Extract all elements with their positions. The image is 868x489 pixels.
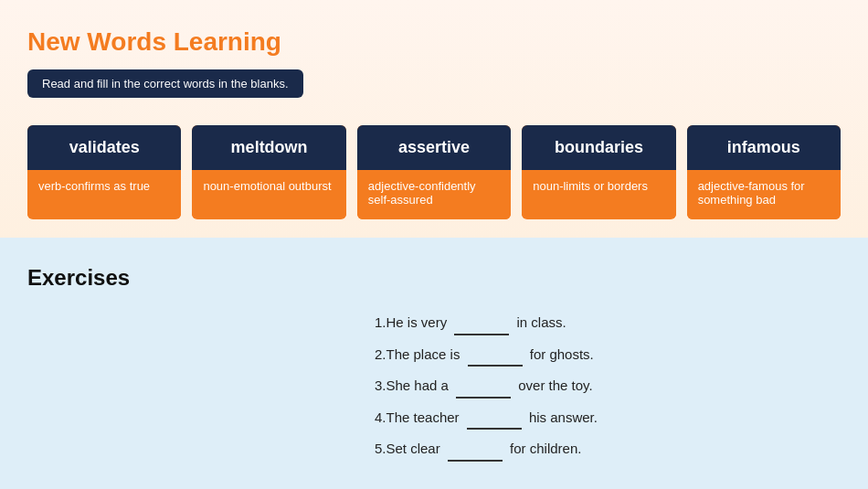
blank-4 (467, 408, 522, 431)
word-card-4: infamousadjective-famous for something b… (687, 125, 841, 219)
exercise-item-4: 4.The teacher his answer. (375, 408, 841, 431)
instruction-badge: Read and fill in the correct words in th… (27, 69, 303, 98)
word-card-header-0: validates (27, 125, 181, 170)
blank-5 (448, 439, 503, 462)
word-card-1: meltdownnoun-emotional outburst (192, 125, 345, 219)
page-title: New Words Learning (27, 27, 841, 57)
word-card-body-4: adjective-famous for something bad (687, 170, 841, 219)
exercise-item-3: 3.She had a over the toy. (375, 376, 841, 399)
word-cards: validatesverb-confirms as truemeltdownno… (27, 125, 841, 219)
blank-2 (468, 345, 523, 367)
word-card-header-3: boundaries (522, 125, 675, 170)
word-card-0: validatesverb-confirms as true (27, 125, 181, 219)
exercise-item-5: 5.Set clear for children. (375, 439, 841, 462)
word-card-body-0: verb-confirms as true (27, 170, 181, 218)
exercise-item-1: 1.He is very in class. (375, 313, 841, 335)
blank-3 (456, 376, 511, 399)
word-card-body-1: noun-emotional outburst (192, 170, 345, 218)
exercise-item-2: 2.The place is for ghosts. (375, 345, 841, 367)
word-card-2: assertiveadjective-confidently self-assu… (357, 125, 511, 219)
word-card-header-4: infamous (687, 125, 841, 170)
word-card-header-2: assertive (357, 125, 511, 170)
top-section: New Words Learning Read and fill in the … (0, 0, 868, 238)
blank-1 (454, 313, 509, 335)
exercises-section: Exercises 1.He is very in class.2.The pl… (0, 238, 868, 489)
exercise-list: 1.He is very in class.2.The place is for… (375, 313, 841, 462)
word-card-body-2: adjective-confidently self-assured (357, 170, 511, 219)
word-card-header-1: meltdown (192, 125, 345, 170)
word-card-3: boundariesnoun-limits or borders (522, 125, 675, 219)
exercises-title: Exercises (27, 265, 841, 291)
word-card-body-3: noun-limits or borders (522, 170, 675, 218)
